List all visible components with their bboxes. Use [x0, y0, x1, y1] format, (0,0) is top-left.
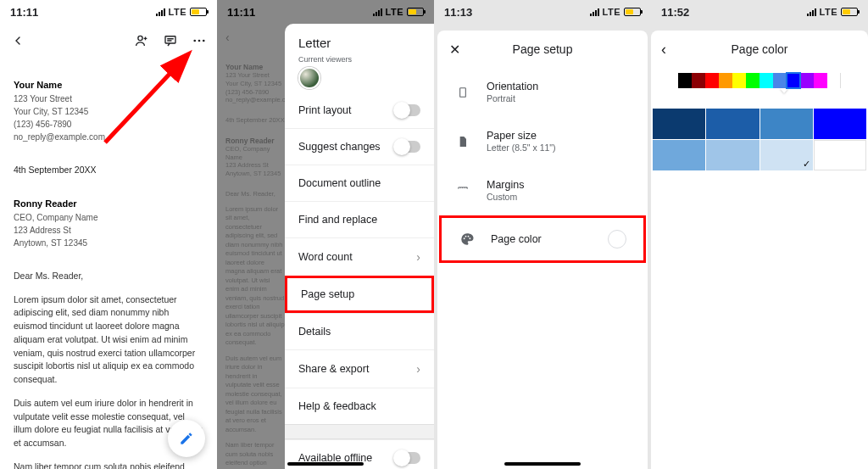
option-orientation[interactable]: Orientation Portrait [437, 68, 648, 117]
menu-word-count[interactable]: Word count › [285, 237, 434, 276]
svg-point-9 [468, 235, 470, 237]
body-para3: Nam liber tempor cum soluta nobis eleife… [14, 461, 203, 469]
svg-point-3 [198, 40, 201, 42]
menu-divider [285, 424, 434, 439]
menu-share-export[interactable]: Share & export › [285, 349, 434, 388]
document-content: Your Name 123 Your Street Your City, ST … [0, 78, 217, 469]
option-page-color[interactable]: Page color [439, 215, 646, 263]
recipient-city: Anytown, ST 12345 [14, 237, 203, 249]
hue-darkred[interactable] [692, 73, 705, 88]
toggle-offline[interactable] [395, 452, 420, 464]
sheet-title: Letter [285, 24, 434, 55]
body-para1: Lorem ipsum dolor sit amet, consectetuer… [14, 293, 203, 387]
doc-toolbar [0, 24, 217, 58]
status-right: LTE [373, 7, 424, 17]
svg-point-0 [138, 36, 142, 40]
hue-black[interactable] [678, 73, 692, 88]
menu-document-outline[interactable]: Document outline [285, 165, 434, 201]
shade-white[interactable] [814, 140, 866, 170]
palette-icon [459, 232, 476, 247]
signal-icon [156, 8, 165, 16]
battery-icon [190, 8, 207, 16]
edit-fab[interactable] [168, 420, 205, 457]
hue-white[interactable] [827, 73, 841, 88]
network-label: LTE [169, 7, 186, 17]
shade-darkblue3[interactable] [653, 109, 705, 139]
network-label: LTE [386, 7, 403, 17]
shade-blue[interactable] [760, 109, 813, 139]
menu-suggest-changes[interactable]: Suggest changes [285, 128, 434, 165]
shade-lightblue3[interactable]: ✓ [760, 140, 813, 170]
home-indicator [504, 462, 581, 466]
status-time: 11:13 [444, 6, 472, 19]
shade-lightblue1[interactable] [653, 140, 705, 170]
comment-icon[interactable] [163, 33, 178, 48]
status-bar: 11:13 LTE [434, 0, 651, 24]
svg-point-4 [203, 40, 205, 42]
status-time: 11:11 [227, 6, 255, 19]
battery-icon [841, 8, 858, 16]
hue-purple[interactable] [800, 73, 814, 88]
svg-rect-6 [460, 88, 466, 98]
toggle-suggest[interactable] [395, 141, 420, 153]
battery-icon [624, 8, 641, 16]
status-bar: 11:52 LTE [651, 0, 868, 24]
hue-cyan[interactable] [760, 73, 773, 88]
option-paper-size[interactable]: Paper size Letter (8.5" x 11") [437, 117, 648, 166]
salutation: Dear Ms. Reader, [14, 270, 203, 283]
shade-lightblue2[interactable] [706, 140, 759, 170]
shade-grid: ✓ [651, 93, 868, 170]
viewer-avatar[interactable] [298, 67, 320, 89]
screen-page-setup: 11:13 LTE ✕ Page setup Orientation Portr… [434, 0, 651, 469]
svg-point-8 [465, 235, 467, 237]
menu-details[interactable]: Details [285, 313, 434, 349]
sender-name: Your Name [14, 78, 203, 92]
shade-pureblue[interactable] [814, 109, 866, 139]
chevron-right-icon: › [416, 362, 420, 376]
menu-page-setup[interactable]: Page setup [285, 276, 434, 313]
shade-darkblue2[interactable] [706, 109, 759, 139]
status-bar: 11:11 LTE [0, 0, 217, 24]
hue-green[interactable] [746, 73, 760, 88]
back-icon[interactable] [10, 33, 25, 48]
hue-blue-selected[interactable] [787, 73, 800, 88]
back-icon[interactable]: ‹ [661, 41, 666, 59]
svg-point-2 [193, 40, 196, 42]
hue-yellow[interactable] [732, 73, 746, 88]
sheet-header: ‹ Page color [651, 31, 868, 68]
margins-icon [454, 185, 471, 197]
menu-find-replace[interactable]: Find and replace [285, 201, 434, 237]
hue-color-strip[interactable] [678, 73, 841, 88]
menu-help-feedback[interactable]: Help & feedback [285, 388, 434, 424]
page-setup-title: Page setup [513, 42, 573, 56]
menu-print-layout[interactable]: Print layout [285, 98, 434, 128]
sender-email: no_reply@example.com [14, 131, 203, 143]
more-icon[interactable] [192, 33, 207, 48]
hue-magenta[interactable] [814, 73, 827, 88]
option-margins[interactable]: Margins Custom [437, 166, 648, 215]
network-label: LTE [603, 7, 620, 17]
status-bar: 11:11 LTE [217, 0, 434, 24]
svg-point-7 [464, 237, 465, 239]
recipient-name: Ronny Reader [14, 197, 203, 211]
add-person-icon[interactable] [134, 33, 149, 48]
hue-pointer [780, 88, 788, 93]
recipient-title: CEO, Company Name [14, 211, 203, 224]
status-right: LTE [590, 7, 641, 17]
svg-point-10 [469, 237, 470, 239]
hue-red[interactable] [705, 73, 719, 88]
page-color-sheet: ‹ Page color ✓ [651, 31, 868, 469]
close-icon[interactable]: ✕ [449, 42, 460, 58]
hue-cornflower[interactable] [773, 73, 787, 88]
current-color-swatch [608, 230, 626, 248]
orientation-icon [454, 86, 471, 99]
overflow-menu-sheet: Letter Current viewers Print layout Sugg… [285, 24, 434, 469]
current-viewers-label: Current viewers [285, 55, 434, 67]
checkmark-icon: ✓ [803, 159, 810, 170]
toggle-print-layout[interactable] [395, 104, 420, 116]
sender-phone: (123) 456-7890 [14, 118, 203, 131]
hue-orange[interactable] [719, 73, 732, 88]
dimmed-doc: ‹ Your Name 123 Your Street Your City, S… [217, 24, 285, 469]
signal-icon [807, 8, 816, 16]
sender-city: Your City, ST 12345 [14, 105, 203, 118]
